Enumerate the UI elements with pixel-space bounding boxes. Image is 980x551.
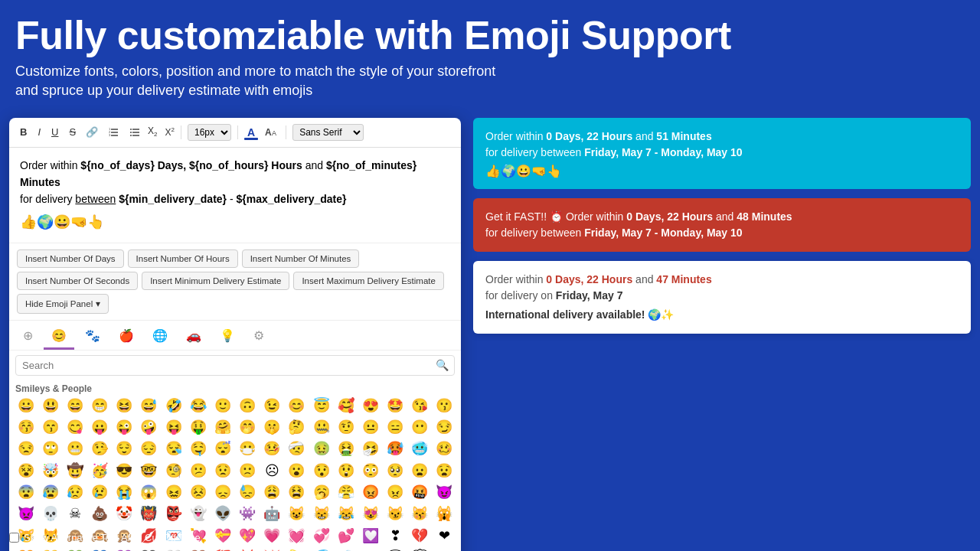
emoji-cell[interactable]: 🧐 — [162, 461, 185, 481]
font-family-select[interactable]: Sans Serif Serif Monospace — [292, 124, 364, 141]
emoji-cell[interactable]: 🤩 — [383, 396, 407, 416]
emoji-cell[interactable]: 💗 — [260, 526, 284, 546]
hide-emoji-button[interactable]: Hide Emoji Panel ▾ — [17, 294, 109, 314]
emoji-cell[interactable]: 🤡 — [113, 504, 136, 524]
emoji-cell[interactable]: 😹 — [334, 504, 358, 524]
emoji-cell[interactable]: 😫 — [285, 482, 309, 503]
emoji-cell[interactable]: 🤨 — [334, 417, 358, 438]
emoji-cell[interactable]: 😋 — [63, 417, 87, 438]
emoji-cell[interactable]: 🤧 — [358, 439, 382, 459]
emoji-cell[interactable]: 🥺 — [383, 461, 407, 481]
emoji-cell[interactable]: 😌 — [113, 439, 136, 459]
emoji-cell[interactable]: 😪 — [162, 439, 185, 459]
emoji-cell[interactable]: 👿 — [14, 504, 38, 524]
emoji-cell[interactable]: 😈 — [433, 482, 456, 503]
insert-min-estimate-button[interactable]: Insert Minimum Delivery Estimate — [142, 272, 289, 290]
font-size-select[interactable]: 16px 12px 14px 18px 24px — [188, 124, 231, 141]
emoji-cell[interactable]: 🤒 — [260, 439, 284, 459]
emoji-cell[interactable]: 🖤 — [137, 547, 161, 551]
emoji-cell[interactable]: 🤥 — [87, 439, 111, 459]
emoji-cell[interactable]: 😗 — [433, 396, 456, 416]
emoji-cell[interactable]: 😊 — [285, 396, 309, 416]
emoji-cell[interactable]: 😚 — [14, 417, 38, 438]
emoji-cell[interactable]: 😇 — [309, 396, 333, 416]
emoji-cell[interactable]: ❣ — [383, 526, 407, 546]
emoji-cell[interactable]: 💖 — [235, 526, 259, 546]
insert-seconds-button[interactable]: Insert Number Of Seconds — [17, 272, 138, 290]
emoji-cell[interactable]: 😕 — [186, 461, 210, 481]
emoji-cell[interactable]: 💭 — [408, 547, 432, 551]
emoji-cell[interactable]: 💙 — [87, 547, 111, 551]
ordered-list-button[interactable]: 123 — [105, 124, 122, 141]
emoji-cell[interactable]: 😥 — [63, 482, 87, 503]
emoji-cell[interactable]: 💟 — [358, 526, 382, 546]
emoji-cell[interactable]: 😒 — [14, 439, 38, 459]
emoji-grid-container[interactable]: 😀😃😄😁😆😅🤣😂🙂🙃😉😊😇🥰😍🤩😘😗😚😙😋😛😜🤪😝🤑🤗🤭🤫🤔🤐🤨😐😑😶😏😒🙄😬🤥… — [9, 396, 461, 551]
emoji-cell[interactable]: 🤬 — [408, 482, 432, 503]
emoji-cell[interactable]: 😱 — [137, 482, 161, 503]
strikethrough-button[interactable]: S — [66, 125, 79, 139]
emoji-cell[interactable]: 😧 — [433, 461, 456, 481]
emoji-cell[interactable]: 👺 — [162, 504, 185, 524]
emoji-cell[interactable]: 💔 — [408, 526, 432, 546]
emoji-cell[interactable]: 🙃 — [235, 396, 259, 416]
emoji-cell[interactable]: 👾 — [235, 504, 259, 524]
editor-text-area[interactable]: Order within ${no_of_days} Days, ${no_of… — [9, 148, 461, 243]
emoji-cell[interactable]: 😡 — [358, 482, 382, 503]
emoji-cell[interactable]: 🤕 — [285, 439, 309, 459]
emoji-cell[interactable]: 🕳 — [358, 547, 382, 551]
emoji-cell[interactable]: 😸 — [309, 504, 333, 524]
emoji-cell[interactable]: 🥴 — [433, 439, 456, 459]
emoji-cell[interactable]: 😔 — [137, 439, 161, 459]
emoji-cell[interactable]: 😺 — [285, 504, 309, 524]
emoji-cell[interactable]: 🥳 — [87, 461, 111, 481]
emoji-cell[interactable]: 😶 — [408, 417, 432, 438]
emoji-tab-animals[interactable]: 🐾 — [77, 324, 108, 350]
emoji-cell[interactable]: 😼 — [383, 504, 407, 524]
emoji-cell[interactable]: 😉 — [260, 396, 284, 416]
emoji-cell[interactable]: 🤑 — [186, 417, 210, 438]
emoji-cell[interactable]: 😄 — [63, 396, 87, 416]
emoji-tab-food[interactable]: 🍎 — [111, 324, 142, 350]
emoji-cell[interactable]: 💀 — [38, 504, 62, 524]
emoji-cell[interactable]: 🤐 — [309, 417, 333, 438]
emoji-cell[interactable]: 😀 — [14, 396, 38, 416]
emoji-cell[interactable]: 🤓 — [137, 461, 161, 481]
emoji-cell[interactable]: 🤤 — [186, 439, 210, 459]
emoji-cell[interactable]: 😨 — [14, 482, 38, 503]
emoji-cell[interactable]: 😟 — [211, 461, 234, 481]
emoji-cell[interactable]: 😅 — [137, 396, 161, 416]
emoji-cell[interactable]: 💩 — [87, 504, 111, 524]
emoji-cell[interactable]: 🤯 — [38, 461, 62, 481]
emoji-cell[interactable]: 😝 — [162, 417, 185, 438]
emoji-cell[interactable]: 💨 — [334, 547, 358, 551]
emoji-cell[interactable]: 🤮 — [334, 439, 358, 459]
emoji-cell[interactable]: 😴 — [211, 439, 234, 459]
emoji-cell[interactable]: 😘 — [408, 396, 432, 416]
emoji-cell[interactable]: 🤍 — [162, 547, 185, 551]
emoji-cell[interactable]: 😰 — [38, 482, 62, 503]
emoji-cell[interactable]: 😻 — [358, 504, 382, 524]
emoji-cell[interactable]: 😲 — [334, 461, 358, 481]
emoji-cell[interactable]: ☹ — [260, 461, 284, 481]
emoji-cell[interactable]: 😭 — [113, 482, 136, 503]
emoji-cell[interactable]: ❤ — [433, 526, 456, 546]
emoji-cell[interactable]: 😞 — [211, 482, 234, 503]
emoji-cell[interactable]: 😃 — [38, 396, 62, 416]
emoji-cell[interactable]: 🙄 — [38, 439, 62, 459]
emoji-tab-recent[interactable]: ⊕ — [15, 324, 41, 350]
emoji-cell[interactable]: ☠ — [63, 504, 87, 524]
emoji-cell[interactable]: 💫 — [285, 547, 309, 551]
emoji-cell[interactable]: 😷 — [235, 439, 259, 459]
emoji-cell[interactable]: 🗯 — [433, 547, 456, 551]
emoji-cell[interactable]: 💛 — [38, 547, 62, 551]
emoji-cell[interactable]: 🥰 — [334, 396, 358, 416]
emoji-cell[interactable]: 💢 — [235, 547, 259, 551]
emoji-cell[interactable]: 🤖 — [260, 504, 284, 524]
subscript-button[interactable]: X2 — [148, 126, 157, 138]
emoji-cell[interactable]: 🤠 — [63, 461, 87, 481]
superscript-button[interactable]: X2 — [165, 126, 175, 138]
insert-hours-button[interactable]: Insert Number Of Hours — [128, 249, 238, 268]
emoji-cell[interactable]: 😑 — [383, 417, 407, 438]
emoji-cell[interactable]: 🤢 — [309, 439, 333, 459]
